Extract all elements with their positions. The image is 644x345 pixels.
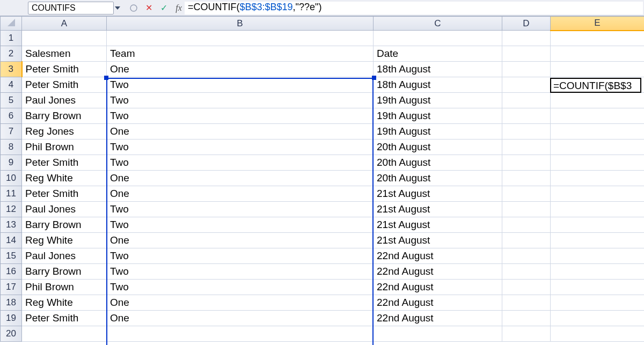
cell-B17[interactable]: Two xyxy=(107,280,374,295)
cell-C13[interactable]: 21st August xyxy=(374,217,502,233)
cell-D13[interactable] xyxy=(502,217,551,233)
row-header-12[interactable]: 12 xyxy=(1,202,22,217)
cell-D2[interactable] xyxy=(502,46,551,62)
cell-A10[interactable]: Reg White xyxy=(22,171,107,186)
cell-B12[interactable]: Two xyxy=(107,202,374,217)
cell-E2[interactable] xyxy=(551,46,645,62)
row-header-10[interactable]: 10 xyxy=(1,171,22,186)
cell-D19[interactable] xyxy=(502,311,551,326)
row-header-17[interactable]: 17 xyxy=(1,280,22,295)
row-header-20[interactable]: 20 xyxy=(1,326,22,342)
cell-C19[interactable]: 22nd August xyxy=(374,311,502,326)
cell-A13[interactable]: Barry Brown xyxy=(22,217,107,233)
cell-D8[interactable] xyxy=(502,140,551,155)
cancel-icon[interactable]: ✕ xyxy=(143,2,155,14)
formula-expand-icon[interactable] xyxy=(128,2,140,14)
cell-A17[interactable]: Phil Brown xyxy=(22,280,107,295)
cell-A5[interactable]: Paul Jones xyxy=(22,93,107,108)
cell-D11[interactable] xyxy=(502,186,551,202)
cell-E11[interactable] xyxy=(551,186,645,202)
row-header-13[interactable]: 13 xyxy=(1,217,22,233)
cell-E17[interactable] xyxy=(551,280,645,295)
cell-C6[interactable]: 19th August xyxy=(374,108,502,124)
cell-C15[interactable]: 22nd August xyxy=(374,248,502,264)
cell-A18[interactable]: Reg White xyxy=(22,295,107,311)
cell-D18[interactable] xyxy=(502,295,551,311)
cell-C7[interactable]: 19th August xyxy=(374,124,502,140)
cell-D17[interactable] xyxy=(502,280,551,295)
cell-E15[interactable] xyxy=(551,248,645,264)
cell-D6[interactable] xyxy=(502,108,551,124)
cell-C8[interactable]: 20th August xyxy=(374,140,502,155)
cell-E9[interactable] xyxy=(551,155,645,171)
row-header-6[interactable]: 6 xyxy=(1,108,22,124)
cell-B13[interactable]: Two xyxy=(107,217,374,233)
cell-C9[interactable]: 20th August xyxy=(374,155,502,171)
cell-C2[interactable]: Date xyxy=(374,46,502,62)
enter-icon[interactable]: ✓ xyxy=(158,2,170,14)
cell-C20[interactable] xyxy=(374,326,502,342)
cell-D20[interactable] xyxy=(502,326,551,342)
cell-A2[interactable]: Salesmen xyxy=(22,46,107,62)
cell-A19[interactable]: Peter Smith xyxy=(22,311,107,326)
cell-B15[interactable]: Two xyxy=(107,248,374,264)
cell-A8[interactable]: Phil Brown xyxy=(22,140,107,155)
cell-A9[interactable]: Peter Smith xyxy=(22,155,107,171)
col-header-A[interactable]: A xyxy=(22,17,107,31)
name-box-dropdown[interactable] xyxy=(113,6,122,10)
cell-A7[interactable]: Reg Jones xyxy=(22,124,107,140)
cell-D15[interactable] xyxy=(502,248,551,264)
row-header-5[interactable]: 5 xyxy=(1,93,22,108)
cell-B1[interactable] xyxy=(107,31,374,46)
col-header-B[interactable]: B xyxy=(107,17,374,31)
cell-D4[interactable] xyxy=(502,77,551,93)
cell-E10[interactable] xyxy=(551,171,645,186)
cell-A15[interactable]: Paul Jones xyxy=(22,248,107,264)
cell-C17[interactable]: 22nd August xyxy=(374,280,502,295)
row-header-19[interactable]: 19 xyxy=(1,311,22,326)
row-header-4[interactable]: 4 xyxy=(1,77,22,93)
cell-B4[interactable]: Two xyxy=(107,77,374,93)
cell-A3[interactable]: Peter Smith xyxy=(22,62,107,77)
cell-C5[interactable]: 19th August xyxy=(374,93,502,108)
cell-B9[interactable]: Two xyxy=(107,155,374,171)
grid[interactable]: A B C D E 12SalesmenTeamDate3Peter Smith… xyxy=(0,16,644,342)
cell-E8[interactable] xyxy=(551,140,645,155)
col-header-C[interactable]: C xyxy=(374,17,502,31)
cell-C16[interactable]: 22nd August xyxy=(374,264,502,280)
cell-E16[interactable] xyxy=(551,264,645,280)
row-header-18[interactable]: 18 xyxy=(1,295,22,311)
cell-B7[interactable]: One xyxy=(107,124,374,140)
cell-E14[interactable] xyxy=(551,233,645,248)
row-header-1[interactable]: 1 xyxy=(1,31,22,46)
cell-E5[interactable] xyxy=(551,93,645,108)
row-header-8[interactable]: 8 xyxy=(1,140,22,155)
cell-B16[interactable]: Two xyxy=(107,264,374,280)
cell-D14[interactable] xyxy=(502,233,551,248)
cell-D5[interactable] xyxy=(502,93,551,108)
cell-E1[interactable] xyxy=(551,31,645,46)
cell-A16[interactable]: Barry Brown xyxy=(22,264,107,280)
cell-E13[interactable] xyxy=(551,217,645,233)
cell-B8[interactable]: Two xyxy=(107,140,374,155)
row-header-16[interactable]: 16 xyxy=(1,264,22,280)
cell-B18[interactable]: One xyxy=(107,295,374,311)
cell-A6[interactable]: Barry Brown xyxy=(22,108,107,124)
cell-B11[interactable]: One xyxy=(107,186,374,202)
row-header-7[interactable]: 7 xyxy=(1,124,22,140)
cell-C10[interactable]: 20th August xyxy=(374,171,502,186)
col-header-E[interactable]: E xyxy=(551,17,645,31)
select-all-corner[interactable] xyxy=(1,17,22,31)
cell-E6[interactable] xyxy=(551,108,645,124)
cell-D9[interactable] xyxy=(502,155,551,171)
row-header-15[interactable]: 15 xyxy=(1,248,22,264)
cell-D10[interactable] xyxy=(502,171,551,186)
cell-E7[interactable] xyxy=(551,124,645,140)
row-header-9[interactable]: 9 xyxy=(1,155,22,171)
cell-E12[interactable] xyxy=(551,202,645,217)
cell-A1[interactable] xyxy=(22,31,107,46)
row-header-3[interactable]: 3 xyxy=(1,62,22,77)
formula-input[interactable]: =COUNTIF($B$3:$B$19,"??e") xyxy=(185,2,643,14)
col-header-D[interactable]: D xyxy=(502,17,551,31)
cell-C14[interactable]: 21st August xyxy=(374,233,502,248)
